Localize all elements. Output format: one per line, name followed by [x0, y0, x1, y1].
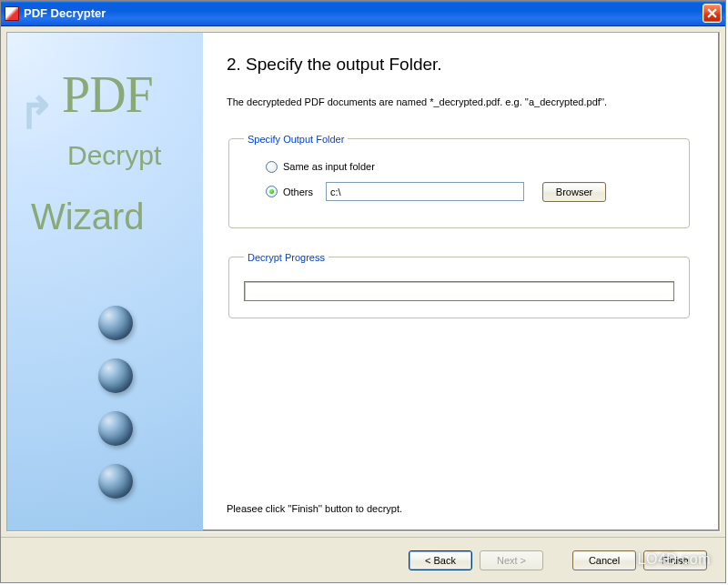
wizard-inner: ↱ PDF Decrypt Wizard 2. Specify the outp… — [6, 32, 720, 531]
hint-text: Pleasee click ''Finish'' button to decry… — [227, 503, 402, 514]
radio-others-input[interactable] — [266, 186, 278, 197]
close-button[interactable] — [703, 4, 722, 23]
orb-icon — [98, 411, 133, 446]
output-folder-group: Specify Output Folder Same as input fold… — [228, 134, 690, 228]
back-button[interactable]: < Back — [409, 550, 472, 570]
output-path-input[interactable] — [326, 182, 524, 201]
step-heading: 2. Specify the output Folder. — [227, 55, 692, 75]
app-icon — [5, 6, 19, 21]
progress-bar — [244, 281, 674, 301]
window-title: PDF Decrypter — [24, 6, 703, 20]
sidebar-text-decrypt: Decrypt — [67, 140, 203, 171]
sidebar-text-pdf: PDF — [62, 69, 203, 120]
finish-button[interactable]: Finish — [643, 550, 707, 570]
radio-same-input[interactable] — [266, 161, 278, 173]
arrow-icon: ↱ — [18, 87, 55, 138]
sidebar-text-wizard: Wizard — [31, 197, 203, 237]
button-bar: < Back Next > Cancel Finish — [1, 537, 725, 582]
content-panel: 2. Specify the output Folder. The decryp… — [203, 33, 719, 530]
close-icon — [707, 8, 717, 18]
wizard-body: ↱ PDF Decrypt Wizard 2. Specify the outp… — [1, 26, 725, 537]
radio-row-same[interactable]: Same as input folder — [266, 161, 674, 173]
radio-same-label: Same as input folder — [283, 161, 375, 172]
orb-icon — [98, 358, 133, 393]
step-description: The decrypteded PDF documents are named … — [227, 95, 692, 110]
browse-button[interactable]: Browser — [542, 182, 606, 202]
orb-icon — [98, 464, 133, 499]
decorative-orbs — [98, 306, 133, 517]
progress-group: Decrypt Progress — [228, 252, 690, 318]
next-button[interactable]: Next > — [480, 550, 543, 570]
titlebar[interactable]: PDF Decrypter — [1, 1, 725, 26]
side-panel: ↱ PDF Decrypt Wizard — [7, 33, 203, 530]
window-frame: PDF Decrypter ↱ PDF Decrypt Wizard — [0, 0, 726, 583]
output-folder-legend: Specify Output Folder — [244, 134, 348, 145]
progress-legend: Decrypt Progress — [244, 252, 329, 263]
radio-row-others[interactable]: Others Browser — [266, 182, 674, 202]
orb-icon — [98, 306, 133, 340]
radio-others-label: Others — [283, 187, 313, 197]
cancel-button[interactable]: Cancel — [572, 550, 636, 570]
